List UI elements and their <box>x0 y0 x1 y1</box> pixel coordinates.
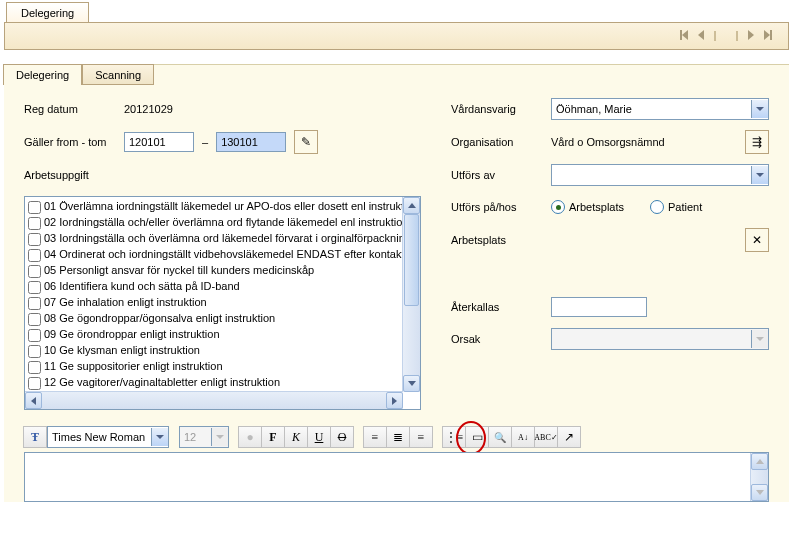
tom-date-input[interactable] <box>216 132 286 152</box>
next-record-button[interactable] <box>748 30 754 42</box>
task-item[interactable]: 04 Ordinerat och iordningställt vidbehov… <box>25 246 403 262</box>
rte-toolbar: Ŧ Times New Roman 12 ● F K U O ≡ ≣ ≡ ⋮≡ … <box>24 426 769 448</box>
date-dash: – <box>202 136 208 148</box>
task-item[interactable]: 10 Ge klysman enligt instruktion <box>25 342 403 358</box>
utfors-av-select[interactable] <box>551 164 769 186</box>
vardansvarig-select[interactable]: Ööhman, Marie <box>551 98 769 120</box>
action-button[interactable]: ↗ <box>557 426 581 448</box>
task-item[interactable]: 02 Iordningställa och/eller överlämna or… <box>25 214 403 230</box>
arbetsplats-radio[interactable] <box>551 200 565 214</box>
nav-divider <box>714 31 716 41</box>
task-item[interactable]: 07 Ge inhalation enligt instruktion <box>25 294 403 310</box>
date-picker-button[interactable]: ✎ <box>294 130 318 154</box>
underline-button[interactable]: U <box>307 426 331 448</box>
task-checkbox[interactable] <box>28 217 41 230</box>
task-checkbox[interactable] <box>28 361 41 374</box>
reg-datum-value: 20121029 <box>124 103 173 115</box>
task-checkbox[interactable] <box>28 265 41 278</box>
italic-button[interactable]: K <box>284 426 308 448</box>
tab-scanning[interactable]: Scanning <box>82 64 154 85</box>
nav-bar <box>4 22 789 50</box>
rte-scroll-down[interactable] <box>751 484 768 501</box>
prev-record-button[interactable] <box>698 30 704 42</box>
scroll-thumb[interactable] <box>404 214 419 306</box>
task-item[interactable]: 08 Ge ögondroppar/ögonsalva enligt instr… <box>25 310 403 326</box>
task-checkbox[interactable] <box>28 329 41 342</box>
spellcheck-button[interactable]: ABC✓ <box>534 426 558 448</box>
task-checkbox[interactable] <box>28 281 41 294</box>
bullets-button[interactable]: ⋮≡ <box>442 426 466 448</box>
orsak-label: Orsak <box>451 333 551 345</box>
task-item[interactable]: 06 Identifiera kund och sätta på ID-band <box>25 278 403 294</box>
organisation-value: Vård o Omsorgsnämnd <box>551 136 745 148</box>
hscroll[interactable] <box>25 391 403 409</box>
sort-button[interactable]: A↓ <box>511 426 535 448</box>
task-listbox[interactable]: 01 Överlämna iordningställt läkemedel ur… <box>24 196 421 410</box>
task-item[interactable]: 05 Personligt ansvar för nyckel till kun… <box>25 262 403 278</box>
rich-text-editor[interactable] <box>24 452 769 502</box>
task-item[interactable]: 03 Iordningställa och överlämna ord läke… <box>25 230 403 246</box>
insert-button[interactable]: ▭ <box>465 426 489 448</box>
last-record-button[interactable] <box>764 30 772 42</box>
task-checkbox[interactable] <box>28 249 41 262</box>
task-checkbox[interactable] <box>28 377 41 390</box>
scroll-down-button[interactable] <box>403 375 420 392</box>
utfors-av-label: Utförs av <box>451 169 551 181</box>
organisation-pick-button[interactable]: ⇶ <box>745 130 769 154</box>
scroll-left-button[interactable] <box>25 392 42 409</box>
vardansvarig-label: Vårdansvarig <box>451 103 551 115</box>
vscroll[interactable] <box>402 197 420 392</box>
patient-radio-label: Patient <box>668 201 702 213</box>
organisation-label: Organisation <box>451 136 551 148</box>
task-checkbox[interactable] <box>28 297 41 310</box>
utfors-pa-label: Utförs på/hos <box>451 201 551 213</box>
galler-label: Gäller from - tom <box>24 136 124 148</box>
task-checkbox[interactable] <box>28 345 41 358</box>
window-tab[interactable]: Delegering <box>6 2 89 22</box>
align-right-button[interactable]: ≡ <box>409 426 433 448</box>
task-checkbox[interactable] <box>28 233 41 246</box>
align-center-button[interactable]: ≣ <box>386 426 410 448</box>
first-record-button[interactable] <box>680 30 688 42</box>
align-left-button[interactable]: ≡ <box>363 426 387 448</box>
task-checkbox[interactable] <box>28 201 41 214</box>
task-item[interactable]: 09 Ge örondroppar enligt instruktion <box>25 326 403 342</box>
rte-vscroll[interactable] <box>750 453 768 501</box>
rte-scroll-up[interactable] <box>751 453 768 470</box>
arbetsplats-label: Arbetsplats <box>451 234 551 246</box>
vardansvarig-value: Ööhman, Marie <box>552 103 751 115</box>
task-checkbox[interactable] <box>28 313 41 326</box>
patient-radio[interactable] <box>650 200 664 214</box>
font-family-select[interactable]: Times New Roman <box>47 426 169 448</box>
scroll-up-button[interactable] <box>403 197 420 214</box>
arbetsplats-pick-button[interactable]: ✕ <box>745 228 769 252</box>
task-item[interactable]: 11 Ge suppositorier enligt instruktion <box>25 358 403 374</box>
aterkallas-label: Återkallas <box>451 301 551 313</box>
task-item[interactable]: 12 Ge vagitorer/vaginaltabletter enligt … <box>25 374 403 390</box>
arbetsuppgift-label: Arbetsuppgift <box>24 169 124 181</box>
bold-button[interactable]: F <box>261 426 285 448</box>
strike-button[interactable]: O <box>330 426 354 448</box>
scroll-right-button[interactable] <box>386 392 403 409</box>
tab-delegering[interactable]: Delegering <box>3 64 82 85</box>
color-button[interactable]: ● <box>238 426 262 448</box>
reg-datum-label: Reg datum <box>24 103 124 115</box>
arbetsplats-radio-label: Arbetsplats <box>569 201 624 213</box>
font-style-icon[interactable]: Ŧ <box>23 426 47 448</box>
font-family-value: Times New Roman <box>48 431 151 443</box>
task-item[interactable]: 01 Överlämna iordningställt läkemedel ur… <box>25 198 403 214</box>
font-size-value: 12 <box>180 431 211 443</box>
from-date-input[interactable] <box>124 132 194 152</box>
aterkallas-input[interactable] <box>551 297 647 317</box>
font-size-select[interactable]: 12 <box>179 426 229 448</box>
find-button[interactable]: 🔍 <box>488 426 512 448</box>
orsak-select[interactable] <box>551 328 769 350</box>
nav-divider-2 <box>736 31 738 41</box>
